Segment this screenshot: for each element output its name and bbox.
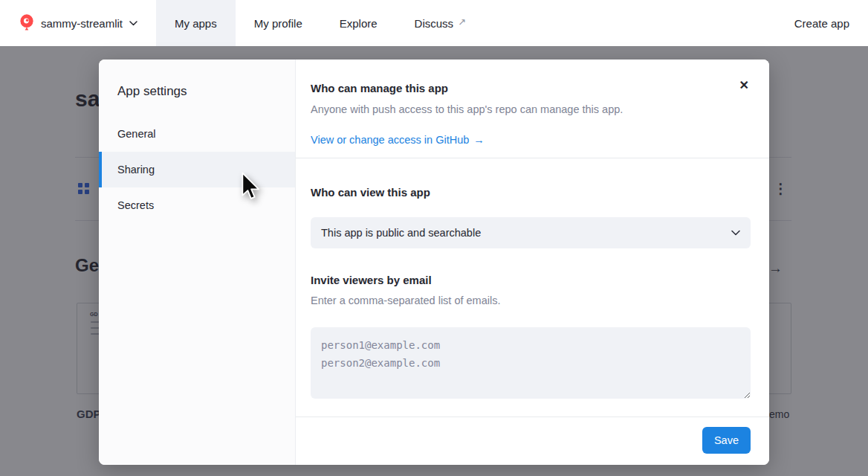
view-section: Who can view this app This app is public… xyxy=(296,158,769,417)
visibility-select[interactable]: This app is public and searchable xyxy=(311,217,751,248)
invite-title: Invite viewers by email xyxy=(311,274,751,286)
manage-description: Anyone with push access to this app's re… xyxy=(311,103,751,115)
save-button[interactable]: Save xyxy=(702,427,751,454)
nav-tab-my-profile[interactable]: My profile xyxy=(236,0,321,46)
view-title: Who can view this app xyxy=(311,186,751,199)
sidebar-item-secrets[interactable]: Secrets xyxy=(99,187,295,223)
external-link-icon: ↗ xyxy=(458,16,466,28)
sidebar-item-general[interactable]: General xyxy=(99,116,295,152)
github-access-link-label: View or change access in GitHub xyxy=(311,134,469,146)
settings-menu: General Sharing Secrets xyxy=(99,116,295,223)
workspace-switcher[interactable]: sammy-streamlit xyxy=(19,14,137,32)
nav-tab-discuss[interactable]: Discuss↗ xyxy=(396,0,485,46)
invite-description: Enter a comma-separated list of emails. xyxy=(311,295,751,306)
workspace-name: sammy-streamlit xyxy=(41,17,123,30)
manage-title: Who can manage this app xyxy=(311,82,751,94)
github-access-link[interactable]: View or change access in GitHub→ xyxy=(311,134,485,146)
create-app-button[interactable]: Create app xyxy=(794,17,849,30)
chevron-down-icon xyxy=(731,230,740,236)
modal-title: App settings xyxy=(117,84,295,99)
nav-tab-explore[interactable]: Explore xyxy=(321,0,396,46)
close-icon[interactable]: ✕ xyxy=(739,80,749,91)
nav-tabs: My apps My profile Explore Discuss↗ xyxy=(156,0,485,46)
modal-content: Who can manage this app ✕ Anyone with pu… xyxy=(296,60,769,465)
visibility-select-value: This app is public and searchable xyxy=(321,227,481,239)
chevron-down-icon xyxy=(129,21,137,26)
nav-tab-my-apps[interactable]: My apps xyxy=(156,0,236,46)
modal-sidebar: App settings General Sharing Secrets xyxy=(99,60,296,465)
modal-footer: Save xyxy=(296,417,769,465)
arrow-right-icon: → xyxy=(473,134,485,146)
streamlit-logo xyxy=(19,14,34,32)
manage-section: Who can manage this app ✕ Anyone with pu… xyxy=(296,60,769,158)
sidebar-item-sharing[interactable]: Sharing xyxy=(99,152,295,187)
nav-tab-discuss-label: Discuss xyxy=(415,17,454,30)
app-settings-modal: App settings General Sharing Secrets Who… xyxy=(99,60,769,465)
invite-emails-textarea[interactable] xyxy=(311,327,751,399)
top-nav: sammy-streamlit My apps My profile Explo… xyxy=(0,0,868,46)
